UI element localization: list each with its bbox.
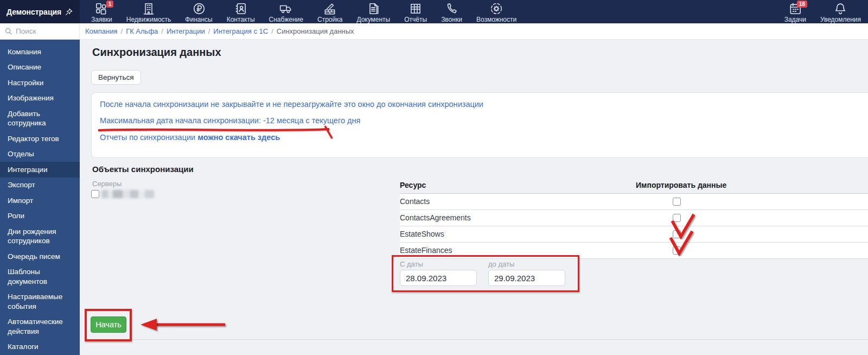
objects-section-title: Объекты синхронизации xyxy=(92,164,194,174)
sidebar-item-redaktor-tegov[interactable]: Редактор тегов xyxy=(0,131,80,147)
nav-item-finansy[interactable]: Финансы xyxy=(178,0,219,23)
sidebar-item-ochered-pisem[interactable]: Очередь писем xyxy=(0,249,80,264)
notice-line-2: Максимальная дата начала синхронизации: … xyxy=(100,116,360,125)
breadcrumb-integracii[interactable]: Интеграции xyxy=(167,27,205,35)
breadcrumb-current: Синхронизация данных xyxy=(277,27,354,35)
top-navigation: 1 Заявки Недвижимость Финансы xyxy=(80,0,868,23)
nav-item-vozmozhnosti[interactable]: Возможности xyxy=(469,0,524,23)
notice-line-1: После начала синхронизации не закрывайте… xyxy=(100,100,483,109)
sidebar-item-dobavit-sotrudnika[interactable]: Добавить сотрудника xyxy=(0,106,80,131)
search-icon xyxy=(4,27,12,35)
estatefinances-import-checkbox[interactable] xyxy=(673,246,681,255)
truck-icon xyxy=(279,2,293,16)
date-from-label: С даты xyxy=(400,260,423,268)
redacted-server-name xyxy=(101,190,154,198)
report-icon xyxy=(409,2,423,16)
sidebar-item-nastroyki[interactable]: Настройки xyxy=(0,75,80,91)
sync-notice-box: После начала синхронизации не закрывайте… xyxy=(91,92,868,158)
table-row-contacts: Contacts xyxy=(400,194,868,210)
gear-icon xyxy=(489,2,503,16)
document-icon xyxy=(366,2,380,16)
phone-icon xyxy=(445,2,459,16)
sidebar-item-avtomaticheskie-deystviya[interactable]: Автоматические действия xyxy=(0,314,80,339)
table-header: Ресурс Импортировать данные xyxy=(400,178,868,194)
servers-label: Серверы xyxy=(92,180,122,188)
breadcrumb-integraciya-1c[interactable]: Интеграция с 1С xyxy=(213,27,268,35)
sidebar-item-katalogi[interactable]: Каталоги xyxy=(0,339,80,355)
sidebar-item-opisanie[interactable]: Описание xyxy=(0,60,80,75)
nav-item-otchety[interactable]: Отчёты xyxy=(397,0,434,23)
zayavki-badge: 1 xyxy=(106,1,114,8)
breadcrumb-gk-alfa[interactable]: ГК Альфа xyxy=(126,27,158,35)
section-divider xyxy=(92,339,868,340)
download-reports-link[interactable]: можно скачать здесь xyxy=(197,133,280,142)
start-button[interactable]: Начать xyxy=(91,316,126,333)
grid-icon: 1 xyxy=(94,2,108,16)
workspace-block[interactable]: Демонстрация xyxy=(0,0,80,23)
nav-item-zvonki[interactable]: Звонки xyxy=(434,0,469,23)
searchbox xyxy=(0,23,80,39)
nav-item-snabzhenie[interactable]: Снабжение xyxy=(262,0,310,23)
nav-item-uvedomleniya[interactable]: Уведомления xyxy=(813,0,868,23)
column-resource: Ресурс xyxy=(400,181,426,189)
sidebar-item-roli[interactable]: Роли xyxy=(0,208,80,224)
building-icon xyxy=(142,2,156,16)
server-checkbox[interactable] xyxy=(91,190,99,198)
table-row-estateshows: EstateShows xyxy=(400,226,868,243)
estateshows-import-checkbox[interactable] xyxy=(673,230,681,238)
nav-item-kontakty[interactable]: Контакты xyxy=(220,0,262,23)
contactsagreements-import-checkbox[interactable] xyxy=(673,214,681,222)
sidebar-item-nastraivaemye-sobytiya[interactable]: Настраиваемые события xyxy=(0,289,80,314)
date-to-label: до даты xyxy=(488,260,514,268)
contacts-import-checkbox[interactable] xyxy=(673,198,681,206)
calendar-icon: 18 xyxy=(788,2,802,16)
page-title: Синхронизация данных xyxy=(92,46,221,59)
sidebar-item-import[interactable]: Импорт xyxy=(0,193,80,208)
sidebar-item-integracii[interactable]: Интеграции xyxy=(0,162,80,178)
nav-item-zayavki[interactable]: 1 Заявки xyxy=(84,0,119,23)
sidebar: Компания Описание Настройки Изображения … xyxy=(0,40,80,355)
search-input[interactable] xyxy=(16,27,75,35)
sidebar-item-dni-rozhdeniya[interactable]: Дни рождения сотрудников xyxy=(0,224,80,249)
main-content: Синхронизация данных Вернуться После нач… xyxy=(80,40,868,355)
nav-item-stroyka[interactable]: Стройка xyxy=(310,0,349,23)
column-import-data: Импортировать данные xyxy=(636,181,726,189)
table-row-contactsagreements: ContactsAgreements xyxy=(400,210,868,226)
breadcrumb: Компания / ГК Альфа / Интеграции / Интег… xyxy=(80,23,354,39)
sidebar-item-shablony-dokumentov[interactable]: Шаблоны документов xyxy=(0,264,80,289)
sidebar-item-eksport[interactable]: Экспорт xyxy=(0,178,80,193)
nav-item-nedvizhimost[interactable]: Недвижимость xyxy=(119,0,178,23)
back-button[interactable]: Вернуться xyxy=(91,70,141,85)
nav-item-dokumenty[interactable]: Документы xyxy=(349,0,397,23)
topbar: 1 Заявки Недвижимость Финансы xyxy=(0,0,868,23)
date-from-input[interactable] xyxy=(400,270,477,286)
ruble-icon xyxy=(192,2,206,16)
sidebar-item-izobrazheniya[interactable]: Изображения xyxy=(0,91,80,106)
subbar: Компания / ГК Альфа / Интеграции / Интег… xyxy=(0,23,868,40)
sync-objects-table: Ресурс Импортировать данные Contacts Con… xyxy=(400,178,868,259)
nav-item-zadachi[interactable]: 18 Задачи xyxy=(777,0,813,23)
sidebar-item-kompaniya[interactable]: Компания xyxy=(0,44,80,60)
annotation-arrow xyxy=(134,317,229,332)
bell-icon xyxy=(833,2,847,16)
workspace-title: Демонстрация xyxy=(7,8,65,16)
breadcrumb-company[interactable]: Компания xyxy=(85,27,118,35)
date-to-input[interactable] xyxy=(488,270,565,286)
zadachi-badge: 18 xyxy=(797,1,807,8)
table-row-estatefinances: EstateFinances xyxy=(400,243,868,259)
notice-line-3: Отчеты по синхронизации можно скачать зд… xyxy=(100,133,280,142)
trowel-icon xyxy=(323,2,337,16)
topbar-right-group: 18 Задачи Уведомления xyxy=(777,0,868,23)
server-row xyxy=(91,190,154,198)
sidebar-item-otdely[interactable]: Отделы xyxy=(0,147,80,162)
contacts-icon xyxy=(234,2,248,16)
pin-icon[interactable] xyxy=(65,8,73,16)
